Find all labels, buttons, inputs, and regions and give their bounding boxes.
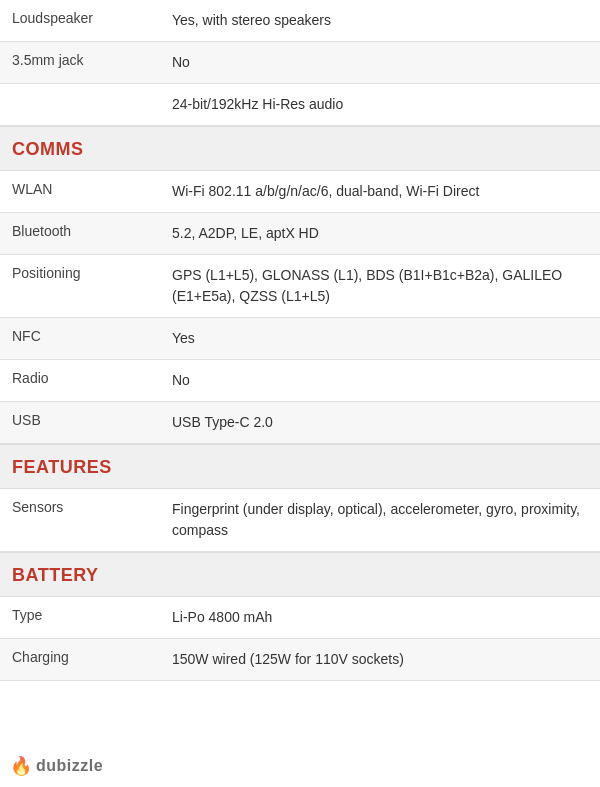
spec-value: No — [160, 42, 600, 83]
table-row: USBUSB Type-C 2.0 — [0, 402, 600, 444]
spec-value: Yes, with stereo speakers — [160, 0, 600, 41]
table-row: LoudspeakerYes, with stereo speakers — [0, 0, 600, 42]
spec-value: No — [160, 360, 600, 401]
section-title: FEATURES — [12, 457, 112, 478]
table-row: NFCYes — [0, 318, 600, 360]
spec-container: LoudspeakerYes, with stereo speakers3.5m… — [0, 0, 600, 681]
table-row: Charging150W wired (125W for 110V socket… — [0, 639, 600, 681]
spec-label — [0, 84, 160, 125]
spec-value: 24-bit/192kHz Hi-Res audio — [160, 84, 600, 125]
section-header: COMMS — [0, 126, 600, 171]
spec-label: Radio — [0, 360, 160, 401]
section-header: BATTERY — [0, 552, 600, 597]
table-row: RadioNo — [0, 360, 600, 402]
section-title: BATTERY — [12, 565, 99, 586]
spec-label: Bluetooth — [0, 213, 160, 254]
spec-label: Charging — [0, 639, 160, 680]
spec-value: GPS (L1+L5), GLONASS (L1), BDS (B1I+B1c+… — [160, 255, 600, 317]
table-row: PositioningGPS (L1+L5), GLONASS (L1), BD… — [0, 255, 600, 318]
spec-label: Positioning — [0, 255, 160, 317]
spec-label: Sensors — [0, 489, 160, 551]
spec-label: NFC — [0, 318, 160, 359]
table-row: Bluetooth5.2, A2DP, LE, aptX HD — [0, 213, 600, 255]
table-row: 3.5mm jackNo — [0, 42, 600, 84]
spec-label: WLAN — [0, 171, 160, 212]
spec-value: Wi-Fi 802.11 a/b/g/n/ac/6, dual-band, Wi… — [160, 171, 600, 212]
spec-label: Loudspeaker — [0, 0, 160, 41]
table-row: 24-bit/192kHz Hi-Res audio — [0, 84, 600, 126]
section-title: COMMS — [12, 139, 84, 160]
section-header: FEATURES — [0, 444, 600, 489]
spec-value: Li-Po 4800 mAh — [160, 597, 600, 638]
table-row: WLANWi-Fi 802.11 a/b/g/n/ac/6, dual-band… — [0, 171, 600, 213]
spec-value: 5.2, A2DP, LE, aptX HD — [160, 213, 600, 254]
spec-value: Yes — [160, 318, 600, 359]
table-row: TypeLi-Po 4800 mAh — [0, 597, 600, 639]
spec-label: USB — [0, 402, 160, 443]
spec-value: 150W wired (125W for 110V sockets) — [160, 639, 600, 680]
spec-label: Type — [0, 597, 160, 638]
table-row: SensorsFingerprint (under display, optic… — [0, 489, 600, 552]
spec-value: Fingerprint (under display, optical), ac… — [160, 489, 600, 551]
spec-label: 3.5mm jack — [0, 42, 160, 83]
spec-value: USB Type-C 2.0 — [160, 402, 600, 443]
